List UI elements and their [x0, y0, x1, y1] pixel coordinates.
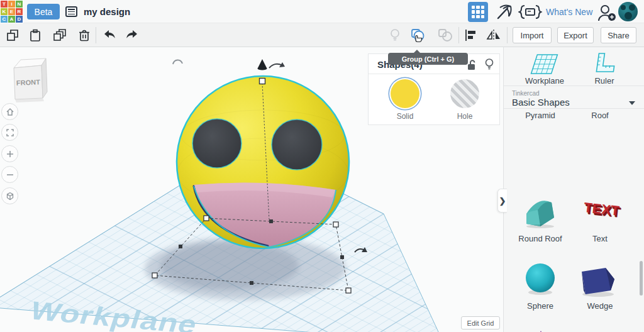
logo-tile: T	[1, 1, 8, 8]
design-menu-button[interactable]	[65, 6, 77, 17]
top-bar: T I N K E R C A D Beta my design What's …	[0, 0, 644, 23]
smiley-right-eye[interactable]	[272, 119, 322, 170]
undo-icon[interactable]	[102, 28, 117, 43]
edit-toolbar: Import Export Share	[0, 23, 644, 47]
logo-tile: C	[1, 16, 8, 23]
sidebar-collapse-button[interactable]: ❯	[497, 189, 507, 213]
hole-swatch[interactable]	[450, 79, 479, 108]
logo-tile: I	[8, 1, 15, 8]
design-title[interactable]: my design	[84, 6, 130, 17]
view-cube-front-label[interactable]: FRONT	[16, 78, 41, 86]
shape-list: Pyramid Roof Round Roof TEXT Text S	[504, 108, 644, 332]
chevron-down-icon[interactable]	[629, 101, 635, 105]
shape-icon-text[interactable]: TEXT	[577, 199, 626, 220]
duplicate-icon[interactable]	[52, 28, 67, 43]
raise-handle-icon[interactable]	[258, 59, 267, 70]
whats-new-link[interactable]: What's New	[546, 7, 592, 17]
rotate-handle-top-icon[interactable]	[269, 62, 285, 68]
library-brand: Tinkercad	[512, 90, 540, 97]
shape-item-roof[interactable]: Roof	[565, 111, 635, 120]
logo-tile: N	[16, 1, 23, 8]
shape-library-sidebar: Workplane Ruler Tinkercad Basic Shapes P…	[503, 47, 644, 332]
visibility-bulb-icon[interactable]	[484, 58, 494, 71]
hole-label: Hole	[440, 112, 490, 121]
mirror-icon[interactable]	[486, 28, 501, 43]
zoom-in-button[interactable]	[1, 145, 18, 162]
perspective-toggle-button[interactable]	[1, 187, 18, 204]
library-dropdown[interactable]: Basic Shapes	[512, 97, 570, 108]
delete-icon[interactable]	[77, 28, 92, 43]
view-cube[interactable]: FRONT	[10, 57, 50, 104]
edit-grid-button[interactable]: Edit Grid	[461, 316, 500, 329]
add-user-icon[interactable]	[596, 3, 618, 22]
logo-tile: K	[1, 8, 8, 15]
logo-tile: D	[16, 16, 23, 23]
zoom-out-button[interactable]	[1, 166, 18, 183]
group-button[interactable]	[410, 28, 425, 43]
codeblocks-icon[interactable]	[518, 3, 542, 21]
shape-item-sphere[interactable]: Sphere	[506, 301, 575, 311]
shape-item-round-roof[interactable]: Round Roof	[506, 234, 575, 243]
paste-icon[interactable]	[28, 28, 43, 43]
import-button[interactable]: Import	[513, 27, 552, 43]
shape-item-wedge[interactable]: Wedge	[565, 301, 635, 311]
tinkercad-logo[interactable]: T I N K E R C A D	[0, 0, 23, 23]
solid-label: Solid	[380, 112, 430, 121]
lightbulb-icon[interactable]	[387, 28, 402, 43]
home-view-button[interactable]	[1, 103, 18, 120]
shape-item-pyramid[interactable]: Pyramid	[506, 111, 575, 120]
home-icon	[5, 107, 15, 117]
share-button[interactable]: Share	[601, 27, 636, 43]
shape-icon-wedge[interactable]	[578, 265, 619, 298]
redo-icon[interactable]	[125, 28, 140, 43]
beta-badge: Beta	[27, 4, 60, 19]
logo-tile: R	[16, 8, 23, 15]
sidebar-scrollbar[interactable]	[640, 261, 643, 296]
minecraft-pickaxe-icon[interactable]	[494, 3, 513, 21]
perspective-cube-icon	[5, 191, 15, 201]
shape-item-text[interactable]: Text	[565, 234, 635, 243]
shape-icon-cone[interactable]	[524, 328, 559, 332]
user-avatar[interactable]	[618, 2, 638, 21]
workplane-tool-icon[interactable]	[529, 52, 560, 76]
ruler-tool-label: Ruler	[573, 76, 636, 86]
ruler-tool-icon[interactable]	[591, 51, 619, 76]
plus-icon	[5, 149, 15, 159]
solid-swatch[interactable]	[391, 79, 419, 108]
scale-top-handle[interactable]	[260, 79, 265, 84]
copy-icon[interactable]	[5, 28, 20, 43]
align-icon[interactable]	[463, 28, 478, 43]
shape-icon-round-roof[interactable]	[521, 195, 560, 230]
tinkercad-app: { "header": { "beta": "Beta", "title": "…	[0, 0, 644, 332]
rotate-handle-left-icon[interactable]	[173, 60, 182, 64]
minus-icon	[5, 170, 15, 180]
logo-tile: A	[8, 16, 15, 23]
fit-view-button[interactable]	[1, 124, 18, 141]
apps-grid-button[interactable]	[468, 2, 488, 22]
shape-icon-sphere[interactable]	[525, 263, 557, 297]
smiley-left-eye[interactable]	[192, 119, 242, 168]
fit-view-icon	[5, 128, 15, 138]
export-button[interactable]: Export	[557, 27, 594, 43]
group-tooltip: Group (Ctrl + G)	[388, 53, 468, 65]
logo-tile: E	[8, 8, 15, 15]
workplane-tool-label: Workplane	[513, 76, 576, 86]
ungroup-button[interactable]	[437, 28, 452, 43]
